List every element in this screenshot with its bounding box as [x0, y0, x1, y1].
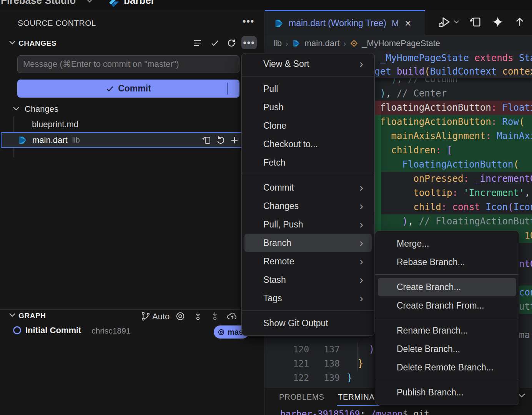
changes-section-title: CHANGES: [18, 39, 57, 48]
file-row-actions: [202, 136, 239, 145]
menu-item-changes[interactable]: Changes›: [244, 197, 372, 215]
open-file-icon[interactable]: [202, 136, 211, 145]
stage-changes-icon[interactable]: [230, 136, 239, 145]
menu-item-push[interactable]: Push: [244, 98, 372, 116]
dart-file-icon: [18, 135, 28, 145]
menu-item-commit[interactable]: Commit›: [244, 178, 372, 197]
file-row-main-dart[interactable]: main.dart lib: [1, 132, 264, 148]
app-window: Firebase Studio barber SOURCE CONTROL ••…: [0, 0, 532, 415]
menu-item-remote[interactable]: Remote›: [244, 252, 372, 271]
submenu-arrow-icon: ›: [359, 215, 363, 234]
commit-check-icon[interactable]: [210, 38, 219, 48]
breadcrumb-symbol[interactable]: _MyHomePageState: [362, 38, 440, 48]
terminal-prompt[interactable]: barber-39185169: /myapp$ git: [280, 409, 429, 415]
file-name: blueprint.md: [32, 120, 78, 129]
menu-item-create-branch[interactable]: Create Branch...: [378, 278, 516, 296]
line-number-old: 121: [280, 357, 309, 371]
menu-item-branch[interactable]: Branch›: [244, 234, 372, 252]
menu-item-show-git-output[interactable]: Show Git Output: [244, 314, 372, 332]
menu-item-publish-branch[interactable]: Publish Branch...: [378, 383, 516, 402]
chevron-down-icon[interactable]: [8, 40, 16, 45]
commit-split-divider: [227, 83, 228, 95]
branch-name: mas: [228, 328, 243, 337]
title-bar: Firebase Studio barber: [0, 0, 532, 10]
panel-more-icon[interactable]: •••: [243, 19, 254, 23]
changes-more-actions-button[interactable]: •••: [241, 36, 257, 49]
menu-item-label: Remote: [263, 256, 294, 266]
menu-item-delete-branch[interactable]: Delete Branch...: [378, 340, 516, 358]
chevron-down-icon[interactable]: [86, 0, 93, 3]
changes-tree-label[interactable]: Changes: [25, 104, 58, 114]
tab-main-dart[interactable]: main.dart (Working Tree) M ×: [265, 10, 425, 35]
section-divider: [0, 309, 264, 310]
cloud-upload-icon[interactable]: [227, 311, 237, 321]
gemini-sparkle-icon[interactable]: [492, 16, 504, 28]
graph-auto-label[interactable]: Auto: [152, 312, 170, 322]
menu-item-delete-remote-branch[interactable]: Delete Remote Branch...: [378, 358, 516, 377]
chevron-right-icon: ›: [286, 39, 288, 48]
menu-separator: [242, 76, 374, 76]
chevron-down-icon[interactable]: [12, 106, 20, 111]
tab-bar: main.dart (Working Tree) M ×: [265, 10, 532, 35]
menu-item-pull[interactable]: Pull: [244, 80, 372, 98]
discard-changes-icon[interactable]: [216, 136, 225, 145]
menu-separator: [376, 318, 519, 318]
git-branch-icon[interactable]: [141, 311, 151, 321]
code-text: }: [347, 371, 352, 385]
run-debug-button[interactable]: [438, 15, 459, 28]
commit-message-input[interactable]: [17, 55, 239, 73]
target-icon[interactable]: [175, 311, 185, 321]
class-symbol-icon: [350, 39, 358, 48]
target-icon: [218, 329, 225, 336]
breadcrumb-main-dart[interactable]: main.dart: [304, 38, 340, 48]
project-title: barber: [124, 0, 155, 7]
file-path: lib: [72, 136, 80, 144]
menu-item-label: Create Branch From...: [397, 300, 484, 310]
menu-item-create-branch-from[interactable]: Create Branch From...: [378, 296, 516, 315]
commit-message[interactable]: Initial Commit: [25, 325, 81, 335]
line-number-old: 123: [280, 385, 309, 388]
commit-graph-node: [13, 326, 21, 334]
menu-item-label: Pull, Push: [263, 219, 303, 229]
menu-item-label: Rename Branch...: [397, 325, 468, 335]
submenu-arrow-icon: ›: [359, 271, 363, 289]
breadcrumb-lib[interactable]: lib: [273, 38, 282, 48]
menu-item-rebase-branch[interactable]: Rebase Branch...: [378, 253, 516, 271]
line-number-new: 138: [311, 357, 340, 371]
close-icon[interactable]: ×: [405, 20, 411, 27]
check-icon: [106, 85, 114, 93]
branch-submenu: Merge...Rebase Branch...Create Branch...…: [375, 231, 519, 405]
file-row-blueprint[interactable]: blueprint.md: [0, 117, 264, 132]
commit-button-label: Commit: [118, 83, 151, 94]
menu-separator: [242, 310, 374, 311]
active-tab-indicator: [337, 405, 379, 406]
menu-item-label: Clone: [263, 121, 286, 131]
tab-problems[interactable]: PROBLEMS: [279, 393, 324, 402]
chevron-down-icon: [454, 20, 459, 24]
view-as-list-icon[interactable]: [193, 38, 202, 48]
open-changes-icon[interactable]: [469, 16, 482, 28]
submenu-arrow-icon: ›: [359, 289, 363, 307]
line-number-new: 139: [311, 371, 340, 385]
tab-terminal[interactable]: TERMINAL: [338, 393, 379, 402]
menu-item-view-sort[interactable]: View & Sort›: [244, 55, 372, 73]
debug-run-icon: [438, 15, 451, 28]
menu-item-checkout-to[interactable]: Checkout to...: [244, 135, 372, 153]
arrow-up-icon[interactable]: [514, 16, 525, 28]
refresh-icon[interactable]: [227, 38, 236, 48]
line-number-new: 137: [311, 342, 340, 357]
chevron-down-icon[interactable]: [8, 312, 16, 318]
indent-guide: [357, 342, 358, 371]
menu-item-tags[interactable]: Tags›: [244, 289, 372, 307]
menu-item-clone[interactable]: Clone: [244, 116, 372, 135]
menu-item-stash[interactable]: Stash›: [244, 271, 372, 289]
menu-item-label: Fetch: [263, 158, 286, 168]
menu-item-merge[interactable]: Merge...: [378, 234, 516, 253]
app-title: Firebase Studio: [1, 0, 76, 7]
fetch-icon[interactable]: [193, 311, 203, 321]
menu-item-rename-branch[interactable]: Rename Branch...: [378, 321, 516, 340]
menu-item-pull-push[interactable]: Pull, Push›: [244, 215, 372, 234]
menu-item-fetch[interactable]: Fetch: [244, 153, 372, 172]
pull-icon[interactable]: [210, 311, 220, 321]
commit-button[interactable]: Commit: [17, 80, 239, 98]
